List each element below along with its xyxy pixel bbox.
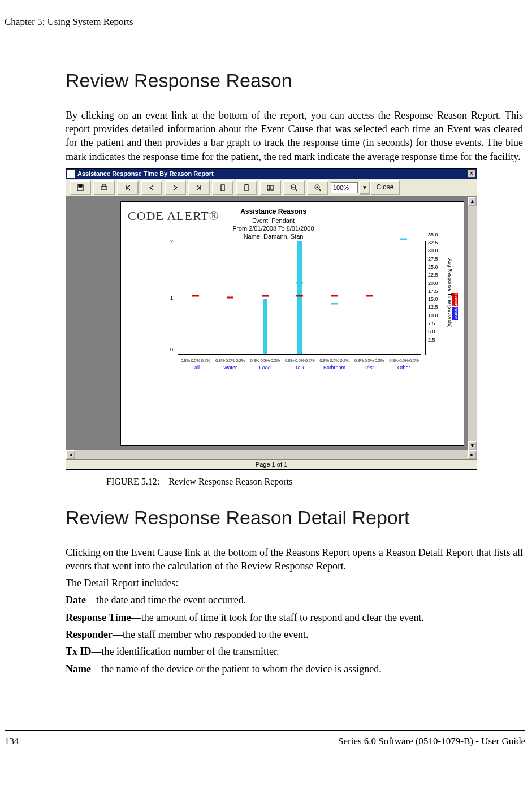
red-mark [262,295,269,297]
close-button[interactable]: Close [370,180,400,195]
ytick-right: 17.5 [428,288,438,295]
chart-category[interactable]: 0.8% 0.5% 0.2%Bathroom [317,358,351,371]
blue-mark [400,239,407,240]
scroll-left-icon[interactable]: ◄ [66,450,75,459]
definition-item: Response Time—the amount of time it took… [66,611,523,624]
print-button[interactable] [93,180,115,195]
close-icon[interactable]: × [468,170,475,178]
def-term: Tx ID [66,646,92,657]
ytick-right: 10.0 [428,312,438,319]
legend: Facility Name [452,293,458,320]
window-titlebar[interactable]: Assistance Response Time By Reason Repor… [66,169,477,179]
definition-item: Name—the name of the device or the patie… [66,662,523,676]
section-title-detail-report: Review Response Reason Detail Report [66,505,523,531]
product-footer: Series 6.0 Software (0510-1079-B) - User… [338,735,525,748]
red-mark [296,295,303,297]
chart-category[interactable]: 0.8% 0.5% 0.2%Test [352,358,386,371]
last-icon [195,184,203,192]
def-term: Date [66,594,86,606]
chevron-down-icon: ▼ [362,184,367,192]
svg-rect-4 [221,185,224,191]
page-number-bar: Page 1 of 1 [66,459,477,469]
figure-caption: FIGURE 5.12: Review Response Reason Repo… [106,476,523,488]
print-icon [100,184,108,192]
chart-category[interactable]: 0.8% 0.5% 0.2%Other [387,358,421,371]
page-width-icon [243,184,250,192]
vertical-scrollbar[interactable]: ▲ ▼ [468,197,477,450]
ytick-right: 22.5 [428,271,438,278]
ytick-right: 35.0 [428,231,438,238]
ytick-left: 2 [170,238,173,245]
axis-right: 2.55.07.510.012.515.017.520.022.525.027.… [425,241,444,355]
scrollbar-track[interactable] [75,450,468,459]
legend-facility: Facility [452,293,459,308]
ytick-right: 25.0 [428,264,438,270]
ytick-right: 15.0 [428,296,438,303]
reasons-chart: 0 1 2 0.8% 0.5% 0.2%Fall0.8% 0.5% 0.2%Wa… [178,241,421,355]
first-page-button[interactable] [117,180,139,195]
section-title-review-response-reason: Review Response Reason [66,68,523,94]
def-term: Name [66,663,91,675]
save-button[interactable] [70,180,91,195]
def-desc: —the staff member who responded to the e… [113,629,309,640]
report-window: Assistance Response Time By Reason Repor… [66,168,477,470]
multi-page-button[interactable] [259,180,281,195]
multi-page-icon [266,184,274,192]
ytick-right: 7.5 [428,320,435,327]
ytick-right: 2.5 [428,336,435,343]
header-rule [5,36,525,36]
chart-bar [263,299,267,354]
report-header-name: Name: Damann, Stan [244,233,304,240]
ytick-right: 20.0 [428,280,438,287]
page-width-button[interactable] [236,180,257,195]
section2-body1: Clicking on the Event Cause link at the … [66,546,523,573]
chart-category[interactable]: 0.8% 0.5% 0.2%Talk [283,358,317,371]
chart-bar [297,241,302,354]
page-icon [219,184,227,192]
def-term: Responder [66,629,113,640]
chart-category[interactable]: 0.8% 0.5% 0.2%Water [213,358,247,371]
red-mark [227,296,233,298]
horizontal-scrollbar[interactable]: ◄ ► [66,450,477,459]
ytick-right: 27.5 [428,256,438,262]
window-title: Assistance Response Time By Reason Repor… [77,170,214,178]
zoom-out-button[interactable] [283,180,305,195]
svg-rect-2 [101,187,107,189]
report-header-block: Assistance Reasons Event: Pendant From 2… [232,208,314,240]
def-desc: —the amount of time it took for the staf… [131,612,424,623]
def-desc: —the name of the device or the patient t… [91,663,382,675]
def-term: Response Time [66,612,131,623]
report-header-range: From 2/01/2008 To 8/01/2008 [232,225,314,232]
svg-rect-1 [79,185,82,187]
figure-number: FIGURE 5.12: [106,477,159,486]
scroll-down-icon[interactable]: ▼ [468,441,477,450]
chart-category[interactable]: 0.8% 0.5% 0.2%Fall [179,358,213,371]
report-page: CODE ALERT® Assistance Reasons Event: Pe… [120,201,464,446]
svg-rect-5 [245,185,248,191]
ytick-right: 5.0 [428,328,435,335]
prev-page-button[interactable] [141,180,162,195]
report-viewer: CODE ALERT® Assistance Reasons Event: Pe… [66,197,477,450]
chart-category[interactable]: 0.8% 0.5% 0.2%Food [248,358,282,371]
ytick-right: 12.5 [428,304,438,310]
zoom-input[interactable] [331,182,358,193]
scroll-up-icon[interactable]: ▲ [468,197,477,206]
definition-item: Responder—the staff member who responded… [66,628,523,641]
prev-icon [148,184,155,192]
scroll-right-icon[interactable]: ► [468,450,477,459]
last-page-button[interactable] [188,180,210,195]
single-page-button[interactable] [212,180,233,195]
report-toolbar: ▼ Close [66,179,477,197]
svg-rect-7 [271,185,273,190]
definition-item: Tx ID—the identification number of the t… [66,645,523,658]
next-page-button[interactable] [165,180,186,195]
blue-mark [296,282,303,284]
svg-rect-6 [267,185,270,190]
brand-logo: CODE ALERT® [128,208,219,240]
zoom-in-button[interactable] [307,180,328,195]
viewer-gutter [66,197,120,450]
red-mark [192,295,199,297]
ytick-left: 1 [170,294,173,301]
zoom-dropdown[interactable]: ▼ [359,181,370,195]
ytick-right: 30.0 [428,247,438,254]
